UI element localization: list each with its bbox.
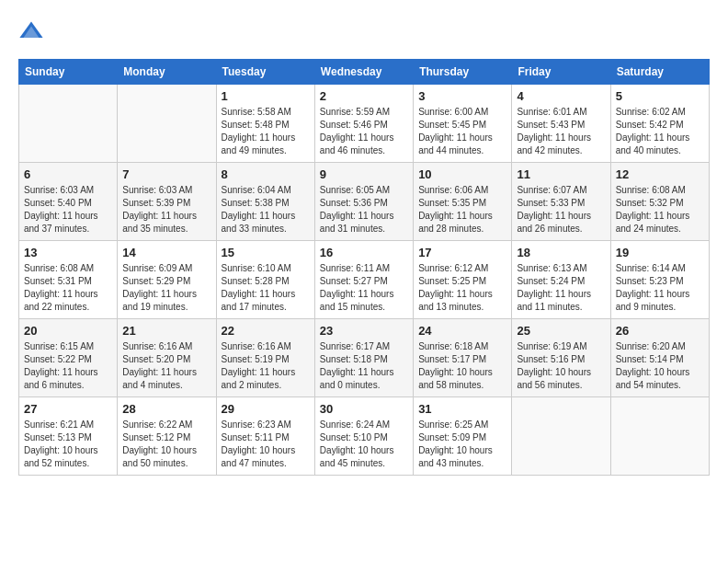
day-number: 4 [517,89,605,103]
week-row-4: 20Sunrise: 6:15 AM Sunset: 5:22 PM Dayli… [19,319,710,397]
day-info: Sunrise: 6:18 AM Sunset: 5:17 PM Dayligh… [418,340,506,392]
calendar-cell: 24Sunrise: 6:18 AM Sunset: 5:17 PM Dayli… [414,319,512,397]
calendar-cell: 16Sunrise: 6:11 AM Sunset: 5:27 PM Dayli… [314,241,413,319]
day-info: Sunrise: 6:12 AM Sunset: 5:25 PM Dayligh… [418,262,506,314]
day-info: Sunrise: 6:25 AM Sunset: 5:09 PM Dayligh… [418,419,506,470]
day-info: Sunrise: 6:08 AM Sunset: 5:31 PM Dayligh… [24,262,112,314]
day-number: 27 [24,402,112,416]
day-info: Sunrise: 6:16 AM Sunset: 5:19 PM Dayligh… [222,340,310,392]
calendar-cell: 8Sunrise: 6:04 AM Sunset: 5:38 PM Daylig… [216,163,314,241]
day-info: Sunrise: 6:04 AM Sunset: 5:38 PM Dayligh… [222,184,310,236]
day-info: Sunrise: 6:23 AM Sunset: 5:11 PM Dayligh… [222,419,310,470]
day-number: 1 [222,89,310,103]
calendar-cell: 13Sunrise: 6:08 AM Sunset: 5:31 PM Dayli… [19,241,118,319]
day-number: 14 [122,246,210,259]
calendar-cell: 22Sunrise: 6:16 AM Sunset: 5:19 PM Dayli… [216,319,314,397]
day-info: Sunrise: 5:58 AM Sunset: 5:48 PM Dayligh… [222,106,310,157]
day-number: 3 [418,89,506,103]
day-info: Sunrise: 6:11 AM Sunset: 5:27 PM Dayligh… [320,262,408,314]
page-header [18,18,710,44]
day-info: Sunrise: 6:01 AM Sunset: 5:43 PM Dayligh… [517,106,605,157]
day-number: 30 [320,402,408,416]
day-number: 11 [517,167,605,181]
day-number: 20 [24,324,112,338]
calendar-cell: 15Sunrise: 6:10 AM Sunset: 5:28 PM Dayli… [216,241,314,319]
day-number: 17 [418,246,506,259]
logo-icon [18,18,44,44]
week-row-1: 1Sunrise: 5:58 AM Sunset: 5:48 PM Daylig… [19,85,710,163]
day-info: Sunrise: 6:05 AM Sunset: 5:36 PM Dayligh… [320,184,408,236]
day-number: 16 [320,246,408,259]
calendar-cell: 23Sunrise: 6:17 AM Sunset: 5:18 PM Dayli… [314,319,413,397]
calendar-cell: 6Sunrise: 6:03 AM Sunset: 5:40 PM Daylig… [19,163,118,241]
day-number: 2 [320,89,408,103]
calendar-cell: 9Sunrise: 6:05 AM Sunset: 5:36 PM Daylig… [314,163,413,241]
header-row: SundayMondayTuesdayWednesdayThursdayFrid… [19,60,710,85]
calendar-cell: 7Sunrise: 6:03 AM Sunset: 5:39 PM Daylig… [118,163,216,241]
day-number: 7 [122,167,210,181]
column-header-wednesday: Wednesday [314,60,413,85]
day-number: 23 [320,324,408,338]
calendar-cell: 18Sunrise: 6:13 AM Sunset: 5:24 PM Dayli… [512,241,610,319]
day-number: 28 [122,402,210,416]
calendar-cell: 2Sunrise: 5:59 AM Sunset: 5:46 PM Daylig… [314,85,413,163]
calendar-cell: 19Sunrise: 6:14 AM Sunset: 5:23 PM Dayli… [610,241,709,319]
calendar-cell: 25Sunrise: 6:19 AM Sunset: 5:16 PM Dayli… [512,319,610,397]
day-info: Sunrise: 6:07 AM Sunset: 5:33 PM Dayligh… [517,184,605,236]
logo [18,18,48,44]
day-info: Sunrise: 6:16 AM Sunset: 5:20 PM Dayligh… [122,340,210,392]
day-number: 24 [418,324,506,338]
day-info: Sunrise: 6:21 AM Sunset: 5:13 PM Dayligh… [24,419,112,470]
day-number: 25 [517,324,605,338]
day-info: Sunrise: 5:59 AM Sunset: 5:46 PM Dayligh… [320,106,408,157]
week-row-5: 27Sunrise: 6:21 AM Sunset: 5:13 PM Dayli… [19,397,710,476]
day-number: 5 [616,89,704,103]
day-info: Sunrise: 6:06 AM Sunset: 5:35 PM Dayligh… [418,184,506,236]
day-info: Sunrise: 6:00 AM Sunset: 5:45 PM Dayligh… [418,106,506,157]
day-info: Sunrise: 6:03 AM Sunset: 5:39 PM Dayligh… [122,184,210,236]
week-row-3: 13Sunrise: 6:08 AM Sunset: 5:31 PM Dayli… [19,241,710,319]
day-info: Sunrise: 6:17 AM Sunset: 5:18 PM Dayligh… [320,340,408,392]
day-info: Sunrise: 6:09 AM Sunset: 5:29 PM Dayligh… [122,262,210,314]
day-number: 29 [222,402,310,416]
day-number: 13 [24,246,112,259]
day-number: 15 [222,246,310,259]
calendar-cell: 27Sunrise: 6:21 AM Sunset: 5:13 PM Dayli… [19,397,118,476]
calendar-cell: 28Sunrise: 6:22 AM Sunset: 5:12 PM Dayli… [118,397,216,476]
calendar-cell [118,85,216,163]
column-header-friday: Friday [512,60,610,85]
day-number: 18 [517,246,605,259]
calendar-cell: 1Sunrise: 5:58 AM Sunset: 5:48 PM Daylig… [216,85,314,163]
day-number: 12 [616,167,704,181]
calendar-cell: 11Sunrise: 6:07 AM Sunset: 5:33 PM Dayli… [512,163,610,241]
calendar-cell: 12Sunrise: 6:08 AM Sunset: 5:32 PM Dayli… [610,163,709,241]
day-number: 9 [320,167,408,181]
column-header-tuesday: Tuesday [216,60,314,85]
calendar-cell: 30Sunrise: 6:24 AM Sunset: 5:10 PM Dayli… [314,397,413,476]
calendar-cell: 26Sunrise: 6:20 AM Sunset: 5:14 PM Dayli… [610,319,709,397]
calendar-cell [512,397,610,476]
day-number: 8 [222,167,310,181]
day-number: 6 [24,167,112,181]
calendar-table: SundayMondayTuesdayWednesdayThursdayFrid… [18,59,710,476]
calendar-cell: 5Sunrise: 6:02 AM Sunset: 5:42 PM Daylig… [610,85,709,163]
day-info: Sunrise: 6:15 AM Sunset: 5:22 PM Dayligh… [24,340,112,392]
day-number: 26 [616,324,704,338]
calendar-cell: 29Sunrise: 6:23 AM Sunset: 5:11 PM Dayli… [216,397,314,476]
calendar-cell [19,85,118,163]
day-info: Sunrise: 6:02 AM Sunset: 5:42 PM Dayligh… [616,106,704,157]
day-info: Sunrise: 6:20 AM Sunset: 5:14 PM Dayligh… [616,340,704,392]
calendar-cell: 10Sunrise: 6:06 AM Sunset: 5:35 PM Dayli… [414,163,512,241]
calendar-cell: 17Sunrise: 6:12 AM Sunset: 5:25 PM Dayli… [414,241,512,319]
day-info: Sunrise: 6:14 AM Sunset: 5:23 PM Dayligh… [616,262,704,314]
calendar-cell: 14Sunrise: 6:09 AM Sunset: 5:29 PM Dayli… [118,241,216,319]
day-info: Sunrise: 6:10 AM Sunset: 5:28 PM Dayligh… [222,262,310,314]
day-info: Sunrise: 6:22 AM Sunset: 5:12 PM Dayligh… [122,419,210,470]
day-info: Sunrise: 6:08 AM Sunset: 5:32 PM Dayligh… [616,184,704,236]
calendar-cell: 4Sunrise: 6:01 AM Sunset: 5:43 PM Daylig… [512,85,610,163]
calendar-cell: 3Sunrise: 6:00 AM Sunset: 5:45 PM Daylig… [414,85,512,163]
day-number: 19 [616,246,704,259]
column-header-monday: Monday [118,60,216,85]
calendar-cell [610,397,709,476]
calendar-cell: 21Sunrise: 6:16 AM Sunset: 5:20 PM Dayli… [118,319,216,397]
